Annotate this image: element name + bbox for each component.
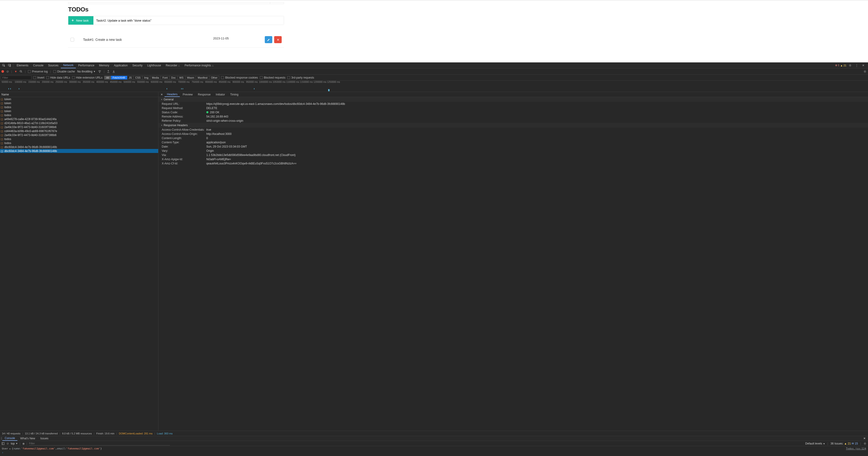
new-task-button[interactable]: + New task	[68, 16, 93, 25]
new-task-row: + New task	[68, 16, 284, 25]
page-title: TODOs	[68, 6, 284, 13]
new-task-button-label: New task	[76, 19, 89, 22]
table-placeholder	[68, 2, 284, 4]
todo-date: 2023-11-05	[213, 37, 265, 40]
todo-row: Task#1: Create a new task 2023-11-05	[68, 32, 284, 47]
todo-label: Task#1: Create a new task	[83, 38, 213, 41]
close-icon	[277, 38, 279, 41]
web-app-area: TODOs + New task Task#1: Create a new ta…	[0, 0, 868, 62]
edit-button[interactable]	[265, 36, 272, 43]
delete-button[interactable]	[274, 36, 282, 43]
new-task-input[interactable]	[93, 16, 284, 25]
pencil-icon	[267, 38, 270, 41]
plus-icon: +	[71, 18, 74, 23]
todo-checkbox[interactable]	[70, 38, 74, 41]
